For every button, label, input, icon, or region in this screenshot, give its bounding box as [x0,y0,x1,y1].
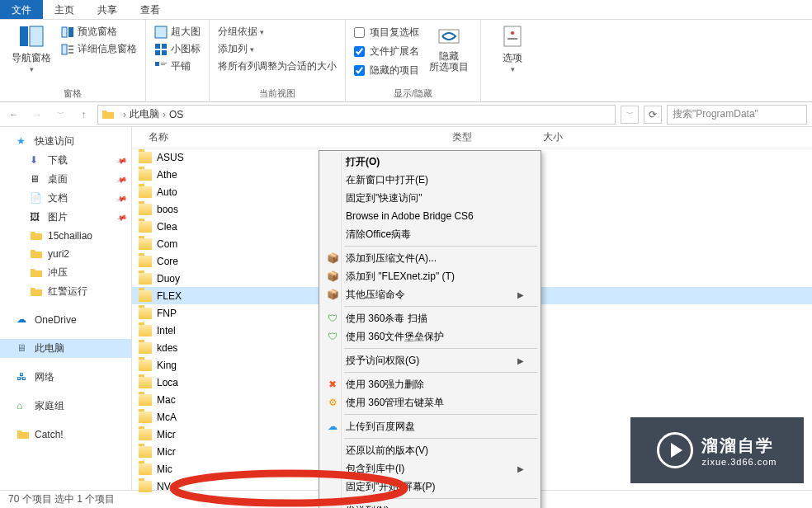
folder-icon [139,412,152,423]
navigation-sidebar: ★快速访问 ⬇下载 🖥桌面 📄文档 🖼图片 15chailiao yuri2 冲… [0,127,132,490]
zip-icon: 📦 [325,269,340,284]
layout-extra-large[interactable]: 超大图 [154,23,201,40]
ctx-pin-start[interactable]: 固定到"开始"屏幕(P) [321,477,539,496]
size-columns-button[interactable]: 将所有列调整为合适的大小 [218,58,337,75]
sidebar-documents[interactable]: 📄文档 [0,189,131,208]
up-button[interactable]: ↑ [74,106,92,124]
file-name: Loca [157,377,314,388]
file-name: Clea [157,221,314,233]
svg-rect-13 [155,62,159,66]
layout-tiles[interactable]: 平铺 [154,58,201,75]
file-ext-toggle[interactable]: 文件扩展名 [354,42,419,61]
file-name: NV [157,481,314,492]
ctx-other-compress[interactable]: 📦其他压缩命令▶ [321,285,539,303]
tab-view[interactable]: 查看 [129,0,172,19]
forward-button[interactable]: → [28,106,46,124]
svg-rect-5 [68,45,73,47]
ctx-clear-office[interactable]: 清除Office病毒 [321,225,539,243]
ctx-grant-access[interactable]: 授予访问权限(G)▶ [321,351,539,369]
folder-icon [139,238,152,250]
sidebar-onedrive[interactable]: ☁OneDrive [0,311,131,329]
group-by-button[interactable]: 分组依据 ▾ [218,23,337,40]
panes-group-label: 窗格 [8,86,137,100]
svg-rect-9 [155,44,160,49]
header-name[interactable]: 名称 [132,130,309,144]
folder-icon [139,360,152,371]
item-checkboxes-checkbox[interactable] [354,27,365,38]
ctx-restore-version[interactable]: 还原以前的版本(V) [321,441,539,459]
tab-file[interactable]: 文件 [0,0,43,19]
sidebar-this-pc[interactable]: 🖥此电脑 [0,339,131,358]
sidebar-folder-2[interactable]: yuri2 [0,245,131,263]
refresh-icon[interactable]: ⟳ [644,106,662,124]
sidebar-homegroup[interactable]: ⌂家庭组 [0,397,131,416]
header-date[interactable] [309,130,446,144]
folder-icon [139,169,152,181]
layout-small-icons[interactable]: 小图标 [154,40,201,58]
breadcrumb-drive[interactable]: OS [169,109,183,120]
ctx-bridge[interactable]: Browse in Adobe Bridge CS6 [321,207,539,225]
folder-icon [139,186,152,198]
sidebar-quick-access[interactable]: ★快速访问 [0,132,131,151]
folder-icon [139,394,152,406]
search-input[interactable]: 搜索"ProgramData" [667,105,807,125]
nav-pane-button[interactable]: 导航窗格 ▾ [8,23,54,73]
tab-share[interactable]: 共享 [86,0,129,19]
preview-pane-button[interactable]: 预览窗格 [61,23,137,40]
svg-rect-12 [162,50,167,55]
sidebar-downloads[interactable]: ⬇下载 [0,151,131,170]
back-button[interactable]: ← [5,106,23,124]
item-checkboxes-toggle[interactable]: 项目复选框 [354,23,419,42]
ctx-add-archive[interactable]: 📦添加到压缩文件(A)... [321,249,539,267]
homegroup-icon: ⌂ [17,400,30,413]
hidden-items-toggle[interactable]: 隐藏的项目 [354,61,419,80]
svg-rect-7 [68,52,73,54]
force-delete-icon: ✖ [325,377,340,392]
header-type[interactable]: 类型 [446,130,536,144]
sidebar-folder-1[interactable]: 15chailiao [0,227,131,245]
ctx-manage-menu[interactable]: ⚙使用 360管理右键菜单 [321,393,539,412]
ctx-force-delete[interactable]: ✖使用 360强力删除 [321,375,539,393]
ctx-open-new-window[interactable]: 在新窗口中打开(E) [321,171,539,189]
sidebar-network[interactable]: 🖧网络 [0,368,131,387]
sidebar-folder-4[interactable]: 红警运行 [0,282,131,301]
folder-icon [139,429,152,440]
breadcrumb-pc[interactable]: 此电脑 [130,107,159,121]
recent-dropdown[interactable]: ﹀ [51,106,69,124]
hidden-items-checkbox[interactable] [354,65,365,76]
ctx-baidu-upload[interactable]: ☁上传到百度网盘 [321,417,539,435]
sidebar-catch[interactable]: Catch! [0,426,131,444]
folder-icon [17,428,30,441]
svg-rect-6 [68,49,73,50]
hide-selected-button[interactable]: 隐藏 所选项目 [426,23,472,73]
folder-icon [139,273,152,285]
ctx-360-scan[interactable]: 🛡使用 360杀毒 扫描 [321,309,539,327]
ctx-open[interactable]: 打开(O) [321,153,539,171]
ctx-send-to[interactable]: 发送到(N)▶ [321,501,539,508]
add-column-button[interactable]: 添加列 ▾ [218,40,337,58]
file-name: Mic [157,463,314,475]
ctx-360-protect[interactable]: 🛡使用 360文件堡垒保护 [321,327,539,346]
ctx-include-library[interactable]: 包含到库中(I)▶ [321,459,539,477]
refresh-button[interactable]: ﹀ [621,106,639,124]
tab-home[interactable]: 主页 [43,0,86,19]
file-name: Micr [157,429,314,440]
ctx-pin-quick[interactable]: 固定到"快速访问" [321,189,539,207]
svg-rect-14 [161,63,167,64]
sidebar-pictures[interactable]: 🖼图片 [0,208,131,227]
breadcrumb[interactable]: › 此电脑 › OS [97,105,616,125]
file-ext-checkbox[interactable] [354,46,365,57]
compress-icon: 📦 [325,287,340,302]
ctx-add-zip[interactable]: 📦添加到 "FLEXnet.zip" (T) [321,267,539,285]
folder-icon [102,108,115,121]
svg-rect-15 [161,64,165,65]
detail-pane-button[interactable]: 详细信息窗格 [61,40,137,58]
file-name: FLEX [157,290,314,302]
folder-icon [139,308,152,319]
header-size[interactable]: 大小 [536,130,602,144]
sidebar-folder-3[interactable]: 冲压 [0,263,131,282]
options-button[interactable]: 选项 ▾ [489,23,536,73]
sidebar-desktop[interactable]: 🖥桌面 [0,170,131,189]
folder-icon [139,446,152,458]
play-icon [657,432,693,468]
